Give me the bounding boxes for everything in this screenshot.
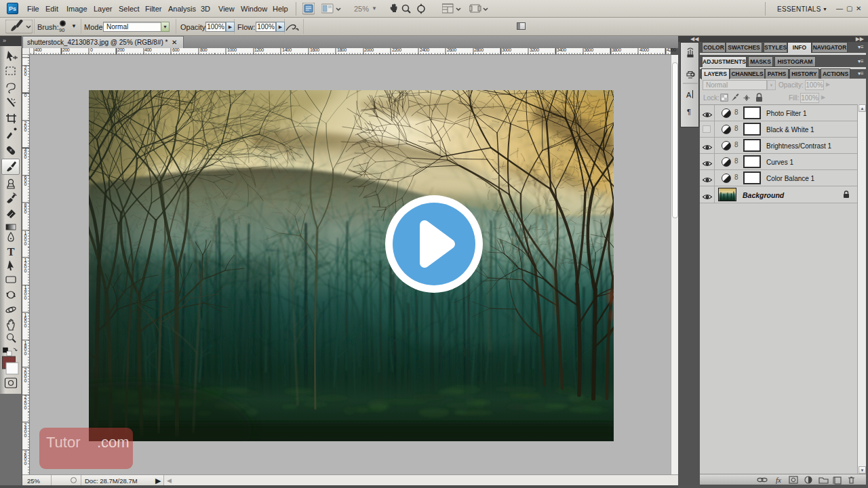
- svg-text:¶: ¶: [687, 108, 691, 116]
- svg-text:T: T: [7, 246, 15, 258]
- svg-text:fx: fx: [776, 476, 781, 484]
- svg-text:A: A: [686, 91, 692, 99]
